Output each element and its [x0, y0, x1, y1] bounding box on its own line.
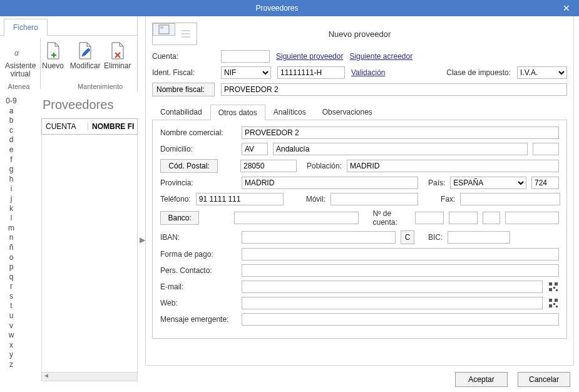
eliminar-button[interactable]: Eliminar — [103, 39, 132, 80]
alpha-0-9[interactable]: 0-9 — [6, 96, 16, 106]
alpha-e[interactable]: e — [9, 145, 14, 155]
web-input[interactable] — [242, 297, 543, 309]
domicilio-tipo-input[interactable] — [242, 143, 268, 155]
nc4-input[interactable] — [505, 212, 559, 224]
tab-contabilidad[interactable]: Contabilidad — [152, 104, 210, 120]
assistant-button[interactable]: α Asistente virtual — [5, 39, 36, 80]
qr-icon[interactable] — [548, 281, 559, 292]
alpha-f[interactable]: f — [10, 155, 12, 165]
clase-impuesto-select[interactable]: I.V.A. — [517, 66, 567, 79]
banco-button[interactable]: Banco: — [160, 211, 199, 225]
alpha-ñ[interactable]: ñ — [9, 243, 14, 253]
email-input[interactable] — [242, 281, 543, 293]
email-label: E-mail: — [160, 282, 237, 291]
svg-rect-15 — [556, 306, 558, 307]
grid-body[interactable] — [41, 135, 138, 373]
cancel-button[interactable]: Cancelar — [518, 372, 570, 387]
alpha-w[interactable]: w — [9, 331, 14, 341]
svg-rect-9 — [553, 287, 555, 289]
alpha-v[interactable]: v — [9, 321, 13, 331]
nc2-input[interactable] — [449, 212, 478, 224]
ident-fiscal-input[interactable] — [277, 66, 345, 79]
forma-pago-input[interactable] — [242, 248, 559, 260]
cod-postal-input[interactable] — [240, 160, 297, 172]
web-label: Web: — [160, 299, 237, 307]
nuevo-button[interactable]: Nuevo — [38, 39, 67, 80]
poblacion-input[interactable] — [347, 160, 559, 172]
alpha-x[interactable]: x — [9, 341, 13, 351]
svg-rect-14 — [553, 303, 555, 305]
assistant-label: Asistente virtual — [5, 62, 36, 78]
movil-input[interactable] — [330, 193, 418, 205]
siguiente-acreedor-link[interactable]: Siguiente acreedor — [349, 52, 412, 61]
alpha-i[interactable]: i — [11, 184, 13, 194]
eliminar-label: Eliminar — [104, 62, 131, 70]
alpha-b[interactable]: b — [9, 116, 14, 126]
tab-observaciones[interactable]: Observaciones — [314, 104, 381, 120]
nombre-comercial-label: Nombre comercial: — [160, 128, 237, 137]
ribbon-tab-fichero[interactable]: Fichero — [4, 19, 48, 36]
alpha-o[interactable]: o — [9, 253, 14, 263]
alpha-h[interactable]: h — [9, 175, 14, 185]
siguiente-proveedor-link[interactable]: Siguiente proveedor — [276, 52, 343, 61]
splitter-handle[interactable]: ▶ — [139, 94, 145, 386]
alpha-q[interactable]: q — [9, 272, 14, 282]
ident-fiscal-type[interactable]: NIF — [221, 66, 271, 79]
accept-button[interactable]: Aceptar — [455, 372, 508, 387]
alpha-d[interactable]: d — [9, 135, 14, 145]
alpha-r[interactable]: r — [10, 282, 13, 292]
telefono-input[interactable] — [196, 193, 284, 205]
close-icon[interactable]: ✕ — [554, 3, 579, 13]
alpha-s[interactable]: s — [9, 292, 13, 302]
alpha-p[interactable]: p — [9, 262, 14, 272]
banco-input[interactable] — [234, 212, 359, 224]
ribbon-group-mantenimiento: Mantenimiento — [63, 83, 138, 90]
cod-postal-button[interactable]: Cód. Postal: — [160, 159, 218, 173]
svg-rect-10 — [556, 289, 558, 291]
hscrollbar[interactable] — [41, 373, 138, 381]
alpha-k[interactable]: k — [9, 204, 13, 214]
tab-analiticos[interactable]: Analíticos — [265, 104, 314, 120]
domicilio-calle-input[interactable] — [273, 143, 528, 155]
domicilio-num-input[interactable] — [533, 143, 559, 155]
pais-select[interactable]: ESPAÑA — [450, 177, 526, 189]
alpha-m[interactable]: m — [8, 224, 14, 234]
nombre-fiscal-input[interactable] — [221, 83, 567, 96]
alpha-n[interactable]: n — [9, 233, 14, 243]
svg-rect-7 — [555, 282, 558, 286]
alpha-u[interactable]: u — [9, 311, 14, 321]
nc1-input[interactable] — [415, 212, 444, 224]
col-cuenta[interactable]: CUENTA — [42, 122, 88, 131]
alpha-t[interactable]: t — [10, 301, 12, 311]
alpha-l[interactable]: l — [11, 214, 13, 224]
pers-contacto-input[interactable] — [242, 264, 559, 277]
col-nombre[interactable]: NOMBRE FI — [88, 122, 137, 131]
view-type-toggle[interactable] — [152, 23, 197, 45]
nombre-fiscal-button[interactable]: Nombre fiscal: — [152, 83, 215, 96]
fax-input[interactable] — [460, 193, 560, 205]
nc3-input[interactable] — [483, 212, 500, 224]
alpha-y[interactable]: y — [9, 350, 13, 360]
alpha-z[interactable]: z — [9, 360, 13, 370]
alpha-g[interactable]: g — [9, 165, 14, 175]
nombre-comercial-input[interactable] — [242, 126, 559, 139]
validacion-link[interactable]: Validación — [351, 68, 385, 77]
modificar-button[interactable]: Modificar — [70, 39, 101, 80]
provincia-input[interactable] — [242, 177, 418, 189]
card-view-icon[interactable] — [153, 23, 175, 36]
telefono-label: Teléfono: — [160, 195, 191, 204]
iban-input[interactable] — [242, 231, 396, 244]
alpha-j[interactable]: j — [11, 194, 13, 204]
alpha-a[interactable]: a — [9, 106, 14, 116]
tab-otros-datos[interactable]: Otros datos — [210, 105, 265, 120]
bic-input[interactable] — [448, 231, 510, 244]
list-view-icon[interactable] — [175, 23, 197, 44]
qr-icon[interactable] — [548, 297, 559, 309]
modificar-label: Modificar — [70, 62, 101, 70]
mensaje-input[interactable] — [242, 313, 559, 326]
cuenta-input[interactable] — [221, 50, 270, 63]
iban-c-button[interactable]: C — [401, 230, 414, 244]
alpha-c[interactable]: c — [9, 126, 13, 136]
pais-code-input[interactable] — [531, 177, 559, 189]
alpha-icon: α — [11, 41, 31, 61]
